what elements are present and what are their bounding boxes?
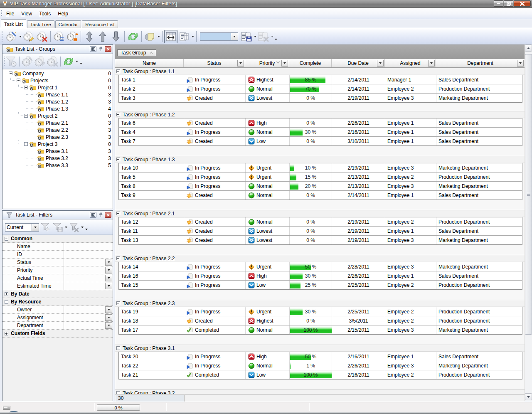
clear-filter-button[interactable] [39,221,52,234]
columns-button[interactable] [177,30,191,43]
tree-item-phase-3.1[interactable]: Phase 3.13 [2,148,113,155]
expand-icon[interactable] [5,332,8,335]
column-filter-dropdown[interactable] [237,60,244,67]
toolbar-overflow-button[interactable] [274,30,278,43]
task-row-task-16[interactable]: Task 16In ProgressHigh30 %2/26/2011Emplo… [119,271,522,280]
menu-help[interactable]: Help [55,10,71,18]
tree-item-phase-2.1[interactable]: Phase 2.13 [2,119,113,126]
notes-button[interactable] [143,30,157,43]
view-combo[interactable] [200,32,238,41]
tree-item-phase-3.3[interactable]: Phase 3.35 [2,162,113,169]
filter-section-by-resource[interactable]: By Resource [2,298,113,306]
filter-field-estimated-time[interactable]: Estimated Time [2,282,113,290]
column-filter-dropdown[interactable] [428,60,435,67]
tab-task-list[interactable]: Task List [1,19,26,28]
tree-item-phase-1.3[interactable]: Phase 1.34 [2,105,113,112]
column-header-department[interactable]: Department [436,59,525,67]
chevron-down-icon[interactable] [32,224,39,231]
panel-pin-button[interactable] [97,46,104,52]
save-view-dropdown[interactable] [253,30,257,43]
collapse-icon[interactable] [116,391,120,394]
panel-close-button[interactable] [105,46,111,52]
task-row-task-10[interactable]: Task 10In ProgressUrgent10 %2/19/2011Emp… [119,163,522,172]
expand-icon[interactable] [5,292,8,296]
collapse-icon[interactable] [116,69,120,73]
new-task-button[interactable] [5,30,18,43]
toolbar-overflow-button[interactable] [79,55,84,68]
task-row-task-21[interactable]: Task 21CompletedLow100 %2/16/2011Employe… [119,370,522,379]
toolbar-overflow-button[interactable] [84,221,89,234]
task-export-button[interactable] [66,30,79,43]
menu-tools[interactable]: Tools [36,10,54,18]
chevron-down-icon[interactable] [231,33,238,40]
column-header-priority[interactable]: Priority [245,59,289,67]
task-row-task-15[interactable]: Task 15In ProgressLow25 %2/25/2011Employ… [119,280,522,289]
filter-field-id[interactable]: ID [2,251,113,259]
task-row-task-19[interactable]: Task 19In ProgressUrgent30 %2/25/2011Emp… [119,307,522,316]
filter-preset-select[interactable]: Current [5,223,39,232]
collapse-icon[interactable] [24,114,28,118]
filter-field-assignment[interactable]: Assignment [2,314,113,322]
group-row-3[interactable]: Task Group : Phase 1.3 [115,156,525,163]
menu-grip[interactable] [1,10,2,17]
task-row-task-22[interactable]: Task 22In ProgressNormal1 %2/26/2011Empl… [119,361,522,370]
filter-value-dropdown[interactable] [105,306,112,313]
menu-view[interactable]: View [18,10,35,18]
group-row-5[interactable]: Task Group : Phase 2.2 [115,255,525,262]
filter-field-actual-time[interactable]: Actual Time [2,274,113,282]
group-row-6[interactable]: Task Group : Phase 2.3 [115,300,525,307]
panel-pin-button[interactable] [97,212,104,218]
collapse-icon[interactable] [116,301,120,305]
columns-dropdown[interactable] [191,30,195,43]
filter-section-by-date[interactable]: By Date [2,290,113,298]
collapse-icon[interactable] [116,256,120,260]
filter-field-department[interactable]: Department [2,322,113,330]
group-row-7[interactable]: Task Group : Phase 3.1 [115,345,525,352]
edit-group-button[interactable] [34,55,46,68]
tree-item-phase-2.2[interactable]: Phase 2.23 [2,126,113,133]
scroll-down-button[interactable] [525,393,532,400]
group-by-chip[interactable]: Task Group [117,49,156,56]
tab-task-tree[interactable]: Task Tree [27,20,54,28]
group-row-8[interactable]: Task Group : Phase 3.2 [115,389,525,394]
filter-groups-button[interactable] [5,55,17,68]
task-row-task-14[interactable]: Task 14In ProgressUrgent50 %2/28/2011Emp… [119,262,522,271]
column-filter-dropdown[interactable] [517,60,524,67]
filter-section-common[interactable]: Common [2,235,113,243]
collapse-icon[interactable] [17,79,20,82]
refresh-button[interactable] [126,30,140,43]
group-row-2[interactable]: Task Group : Phase 1.2 [115,111,525,118]
collapse-icon[interactable] [116,113,120,116]
filter-value-dropdown[interactable] [105,275,112,281]
task-comments-button[interactable] [52,30,66,43]
task-row-task-13[interactable]: Task 13CreatedLowest0 %2/19/2011Employee… [119,235,522,244]
task-row-task-12[interactable]: Task 12CreatedNormal0 %2/19/2011Employee… [119,217,522,226]
delete-view-dropdown[interactable] [270,30,274,43]
tree-item-company[interactable]: Company0 [2,70,113,77]
column-header-assigned[interactable]: Assigned [385,59,436,67]
tree-item-project-2[interactable]: Project 20 [2,112,113,119]
filter-field-owner[interactable]: Owner [2,306,113,314]
minimize-button[interactable] [494,0,503,7]
fit-columns-button[interactable] [164,30,177,43]
tree-item-phase-2.3[interactable]: Phase 2.33 [2,133,113,140]
refresh-groups-dropdown[interactable] [75,55,79,68]
task-row-task-5[interactable]: Task 5In ProgressUrgent15 %2/13/2011Empl… [119,172,522,181]
tree-item-project-1[interactable]: Project 10 [2,84,113,91]
close-button[interactable] [514,0,531,7]
collapse-icon[interactable] [116,158,120,161]
filter-section-custom-fields[interactable]: Custom Fields [2,330,113,338]
collapse-icon[interactable] [24,86,28,89]
new-group-button[interactable] [21,55,34,68]
group-row-4[interactable]: Task Group : Phase 2.1 [115,210,525,217]
task-row-task-1[interactable]: Task 1In ProgressHighest85 %2/14/2011Man… [119,75,522,84]
filter-value-dropdown[interactable] [105,322,112,329]
restore-button[interactable] [504,0,513,7]
filter-value-dropdown[interactable] [105,259,112,266]
task-row-task-6[interactable]: Task 6CreatedHigh0 %2/26/2011Employee 1S… [119,118,522,127]
column-header-name[interactable]: Name [115,59,184,67]
move-down-button[interactable] [109,30,123,43]
panel-maximize-button[interactable] [90,46,96,52]
collapse-icon[interactable] [5,300,8,304]
edit-task-button[interactable] [22,30,35,43]
